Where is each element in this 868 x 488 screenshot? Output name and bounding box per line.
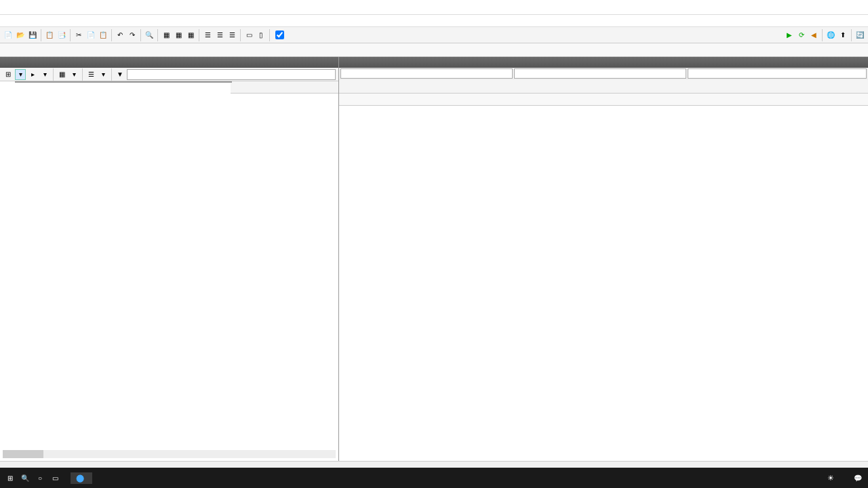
save-icon[interactable]: 💾 xyxy=(27,30,38,41)
cortana-icon[interactable]: ○ xyxy=(33,471,47,485)
filter-input[interactable] xyxy=(127,69,336,80)
h-scrollbar[interactable] xyxy=(3,450,336,458)
start-button[interactable]: ⊞ xyxy=(3,471,17,485)
left-header xyxy=(0,57,338,68)
addr-header xyxy=(339,57,515,68)
t2-icon[interactable]: ▦ xyxy=(56,69,67,80)
main-tabs xyxy=(339,80,868,94)
url-input[interactable] xyxy=(340,68,513,79)
refresh-icon[interactable]: 🔄 xyxy=(854,30,865,41)
cols2-icon[interactable]: ☰ xyxy=(214,30,225,41)
ua-header xyxy=(692,57,868,68)
notifications-icon[interactable]: 💬 xyxy=(851,471,865,485)
preset-dropdown-icon[interactable]: ▾ xyxy=(15,69,26,80)
expand-icon[interactable]: ▸ xyxy=(27,69,38,80)
taskbar: ⊞ 🔍 ○ ▭ ⬤ ☀ 💬 xyxy=(0,468,868,488)
t5-icon[interactable]: ▾ xyxy=(98,69,108,80)
t3-icon[interactable]: ▾ xyxy=(68,69,79,80)
paste-icon[interactable]: 📑 xyxy=(56,30,67,41)
phrase-input[interactable] xyxy=(514,68,686,79)
search-icon[interactable]: 🔍 xyxy=(144,30,155,41)
upload-icon[interactable]: ⬆ xyxy=(837,30,848,41)
sub-tabs xyxy=(339,94,868,106)
cut-icon[interactable]: ✂ xyxy=(73,30,84,41)
phrase-header xyxy=(515,57,692,68)
action-toolbar xyxy=(0,43,868,57)
grid-icon[interactable]: ▦ xyxy=(161,30,172,41)
taskview-icon[interactable]: ▭ xyxy=(48,471,62,485)
tree-icon[interactable]: ⊞ xyxy=(3,69,14,80)
grid3-icon[interactable]: ▦ xyxy=(185,30,196,41)
reload-icon[interactable]: ⟳ xyxy=(796,30,807,41)
new-icon[interactable]: 📄 xyxy=(3,30,14,41)
layout1-icon[interactable]: ▭ xyxy=(243,30,254,41)
active-task[interactable]: ⬤ xyxy=(71,472,92,484)
grid2-icon[interactable]: ▦ xyxy=(173,30,184,41)
open-icon[interactable]: 📂 xyxy=(15,30,26,41)
back-icon[interactable]: ◀ xyxy=(808,30,819,41)
redo-icon[interactable]: ↷ xyxy=(127,30,138,41)
menu-bar xyxy=(0,15,868,27)
paste2-icon[interactable]: 📋 xyxy=(98,30,108,41)
weather-widget[interactable]: ☀ xyxy=(827,474,834,483)
layout2-icon[interactable]: ▯ xyxy=(256,30,267,41)
search-taskbar-icon[interactable]: 🔍 xyxy=(18,471,32,485)
copy-icon[interactable]: 📋 xyxy=(44,30,55,41)
t1-icon[interactable]: ▾ xyxy=(39,69,50,80)
easy-mode-checkbox[interactable] xyxy=(275,30,284,39)
play-icon[interactable]: ▶ xyxy=(784,30,795,41)
cols3-icon[interactable]: ☰ xyxy=(226,30,237,41)
preset-dropdown[interactable] xyxy=(15,81,232,83)
copy2-icon[interactable]: 📄 xyxy=(85,30,96,41)
easy-mode-toggle[interactable] xyxy=(275,30,286,39)
undo-icon[interactable]: ↶ xyxy=(115,30,125,41)
main-toolbar: 📄 📂 💾 📋 📑 ✂ 📄 📋 ↶ ↷ 🔍 ▦ ▦ ▦ ☰ ☰ ☰ ▭ ▯ ▶ … xyxy=(0,27,868,43)
ua-input[interactable] xyxy=(688,68,867,79)
t4-icon[interactable]: ☰ xyxy=(85,69,96,80)
globe-icon[interactable]: 🌐 xyxy=(825,30,836,41)
filter-icon[interactable]: ▼ xyxy=(115,69,125,80)
cols-icon[interactable]: ☰ xyxy=(202,30,213,41)
